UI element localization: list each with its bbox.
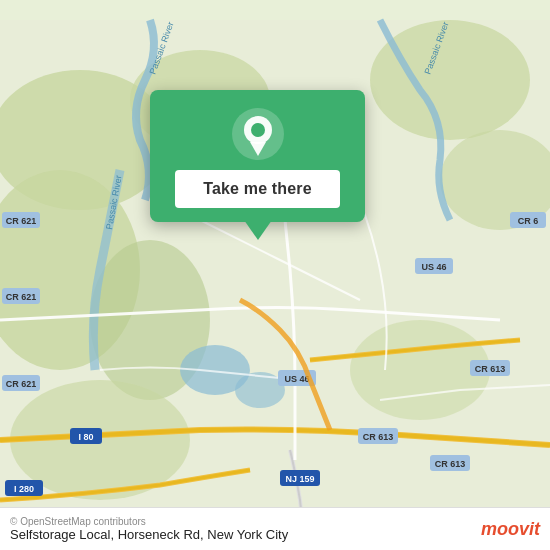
moovit-brand-text: moovit (481, 519, 540, 540)
svg-point-3 (370, 20, 530, 140)
svg-text:US 46: US 46 (284, 374, 309, 384)
moovit-logo: moovit (481, 519, 540, 540)
svg-text:I 80: I 80 (78, 432, 93, 442)
svg-text:CR 613: CR 613 (435, 459, 466, 469)
svg-point-40 (251, 123, 265, 137)
location-card: Take me there (150, 90, 365, 222)
map-container: CR 621 CR 621 US 46 US 46 I 80 I 280 NJ … (0, 0, 550, 550)
bottom-bar-info: © OpenStreetMap contributors Selfstorage… (10, 516, 288, 542)
svg-point-7 (350, 320, 490, 420)
map-background: CR 621 CR 621 US 46 US 46 I 80 I 280 NJ … (0, 0, 550, 550)
svg-text:CR 6: CR 6 (518, 216, 539, 226)
svg-text:I 280: I 280 (14, 484, 34, 494)
svg-text:CR 621: CR 621 (6, 216, 37, 226)
svg-text:CR 613: CR 613 (363, 432, 394, 442)
pin-icon (232, 108, 284, 160)
svg-text:NJ 159: NJ 159 (285, 474, 314, 484)
map-attribution: © OpenStreetMap contributors (10, 516, 288, 527)
svg-text:US 46: US 46 (421, 262, 446, 272)
svg-text:CR 613: CR 613 (475, 364, 506, 374)
svg-text:CR 621: CR 621 (6, 292, 37, 302)
bottom-bar: © OpenStreetMap contributors Selfstorage… (0, 507, 550, 550)
take-me-there-button[interactable]: Take me there (175, 170, 340, 208)
svg-text:CR 621: CR 621 (6, 379, 37, 389)
location-name: Selfstorage Local, Horseneck Rd, New Yor… (10, 527, 288, 542)
